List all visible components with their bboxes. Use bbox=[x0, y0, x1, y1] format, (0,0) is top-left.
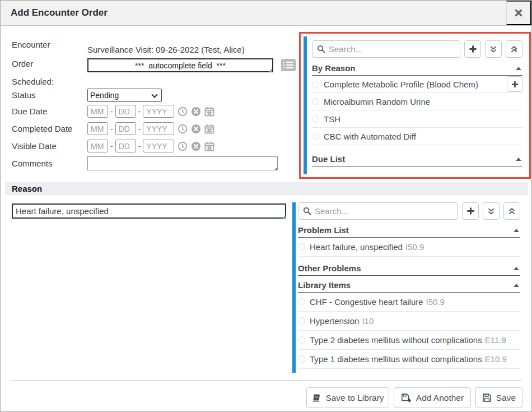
book-icon bbox=[311, 394, 321, 402]
reason-item-label: Hypertension bbox=[310, 316, 359, 326]
radio-icon[interactable] bbox=[312, 115, 319, 123]
dialog-header: Add Encounter Order bbox=[1, 1, 531, 26]
comments-textarea[interactable] bbox=[87, 156, 278, 170]
reason-item-row[interactable]: Hypertension I10 bbox=[298, 312, 520, 331]
status-select[interactable]: Pending bbox=[87, 89, 162, 102]
reason-textarea[interactable]: Heart failure, unspecified bbox=[12, 203, 286, 219]
reason-item-label: CHF - Congestive heart failure bbox=[310, 297, 423, 307]
date-separator: - bbox=[110, 124, 113, 133]
reason-search-input[interactable] bbox=[315, 206, 453, 216]
section-title: Library Items bbox=[298, 280, 351, 290]
add-another-button[interactable]: Add Another bbox=[394, 387, 471, 408]
diagnosis-code: I50.9 bbox=[405, 242, 424, 252]
radio-icon[interactable] bbox=[298, 317, 305, 325]
section-header-due-list[interactable]: Due List bbox=[312, 152, 522, 166]
reason-item-row[interactable]: Heart failure, unspecified I50.9 bbox=[298, 238, 520, 257]
visible-date-clear-button[interactable] bbox=[191, 141, 201, 151]
save-to-library-button[interactable]: Save to Library bbox=[306, 387, 389, 408]
reason-expand-all-button[interactable] bbox=[483, 202, 500, 220]
reason-section-header: Reason bbox=[5, 182, 528, 195]
date-separator: - bbox=[110, 142, 113, 151]
order-collapse-all-button[interactable] bbox=[506, 40, 522, 58]
reason-add-button[interactable] bbox=[462, 202, 479, 220]
reason-item-label: Type 1 diabetes mellitus without complic… bbox=[310, 354, 482, 364]
collapse-triangle-icon bbox=[514, 284, 519, 287]
encounter-label: Encounter bbox=[12, 40, 50, 49]
due-date-clear-button[interactable] bbox=[191, 107, 201, 117]
order-expand-all-button[interactable] bbox=[485, 40, 502, 58]
clear-circle-icon bbox=[191, 141, 201, 151]
reason-item-row[interactable]: CHF - Congestive heart failure I50.9 bbox=[298, 293, 520, 312]
order-label: Order bbox=[12, 59, 33, 68]
close-button[interactable] bbox=[506, 1, 531, 25]
scheduled-label: Scheduled: bbox=[12, 77, 54, 86]
radio-icon[interactable] bbox=[298, 355, 305, 363]
due-date-month-input[interactable] bbox=[87, 105, 108, 118]
due-date-calendar-button[interactable] bbox=[204, 107, 214, 117]
completed-date-year-input[interactable] bbox=[143, 122, 174, 135]
collapse-triangle-icon bbox=[514, 229, 519, 232]
date-separator: - bbox=[138, 107, 141, 116]
add-encounter-order-dialog: Add Encounter Order Encounter Order Sche… bbox=[0, 0, 532, 412]
section-title: Due List bbox=[312, 154, 345, 164]
plus-icon bbox=[469, 45, 477, 53]
calendar-icon bbox=[204, 124, 214, 134]
visible-date-calendar-button[interactable] bbox=[204, 141, 214, 151]
order-item-add-button[interactable] bbox=[507, 76, 522, 92]
section-header-library-items[interactable]: Library Items bbox=[298, 278, 520, 293]
clear-circle-icon bbox=[191, 124, 201, 134]
order-search-panel-highlight: By Reason Complete Metabolic Profile (Bl… bbox=[299, 32, 531, 179]
order-item-row[interactable]: CBC with Automated Diff bbox=[312, 128, 522, 145]
radio-icon[interactable] bbox=[298, 243, 305, 251]
radio-icon[interactable] bbox=[312, 133, 319, 140]
visible-date-label: Visible Date bbox=[12, 141, 57, 151]
save-to-library-label: Save to Library bbox=[325, 393, 384, 403]
completed-date-calendar-button[interactable] bbox=[204, 124, 214, 134]
order-search-panel: By Reason Complete Metabolic Profile (Bl… bbox=[312, 38, 522, 166]
close-icon bbox=[514, 8, 523, 17]
due-date-time-button[interactable] bbox=[178, 107, 188, 117]
order-search-input[interactable] bbox=[329, 44, 455, 54]
radio-icon[interactable] bbox=[312, 98, 319, 105]
order-autocomplete-input[interactable] bbox=[87, 58, 273, 72]
order-item-row[interactable]: TSH bbox=[312, 110, 522, 128]
clock-icon bbox=[178, 107, 188, 117]
due-date-label: Due Date bbox=[12, 107, 47, 116]
section-title: Problem List bbox=[298, 225, 349, 235]
visible-date-day-input[interactable] bbox=[115, 140, 136, 152]
collapse-triangle-icon bbox=[514, 267, 519, 270]
completed-date-month-input[interactable] bbox=[87, 122, 108, 135]
radio-icon[interactable] bbox=[298, 336, 305, 344]
double-chevron-up-icon bbox=[510, 45, 518, 53]
order-add-button[interactable] bbox=[464, 40, 481, 58]
section-header-by-reason[interactable]: By Reason bbox=[312, 61, 522, 76]
reason-item-row[interactable]: Type 2 diabetes mellitus without complic… bbox=[298, 331, 520, 350]
comments-label: Comments bbox=[12, 159, 53, 168]
order-list-button[interactable] bbox=[281, 59, 296, 72]
due-date-year-input[interactable] bbox=[143, 105, 174, 118]
date-separator: - bbox=[110, 107, 113, 116]
order-item-row[interactable]: Complete Metabolic Profile (Blood Chem) bbox=[312, 76, 522, 93]
completed-date-time-button[interactable] bbox=[178, 124, 188, 134]
completed-date-day-input[interactable] bbox=[115, 122, 136, 135]
diagnosis-code: I10 bbox=[362, 316, 374, 326]
visible-date-time-button[interactable] bbox=[178, 141, 188, 151]
section-header-other-problems[interactable]: Other Problems bbox=[298, 261, 520, 276]
due-date-day-input[interactable] bbox=[115, 105, 136, 118]
save-label: Save bbox=[496, 393, 516, 403]
save-button[interactable]: Save bbox=[475, 387, 522, 408]
reason-collapse-all-button[interactable] bbox=[503, 202, 520, 220]
completed-date-clear-button[interactable] bbox=[191, 124, 201, 134]
visible-date-month-input[interactable] bbox=[87, 140, 108, 152]
visible-date-year-input[interactable] bbox=[143, 140, 174, 152]
reason-item-row[interactable]: Type 1 diabetes mellitus without complic… bbox=[298, 350, 520, 369]
diagnosis-code: E10.9 bbox=[485, 354, 507, 364]
order-item-row[interactable]: Microalbumin Random Urine bbox=[312, 93, 522, 110]
date-separator: - bbox=[138, 124, 141, 133]
search-icon bbox=[303, 207, 311, 215]
section-header-problem-list[interactable]: Problem List bbox=[298, 223, 520, 238]
radio-icon[interactable] bbox=[312, 81, 319, 88]
save-plus-icon bbox=[401, 393, 412, 403]
radio-icon[interactable] bbox=[298, 298, 305, 305]
calendar-icon bbox=[204, 107, 214, 117]
